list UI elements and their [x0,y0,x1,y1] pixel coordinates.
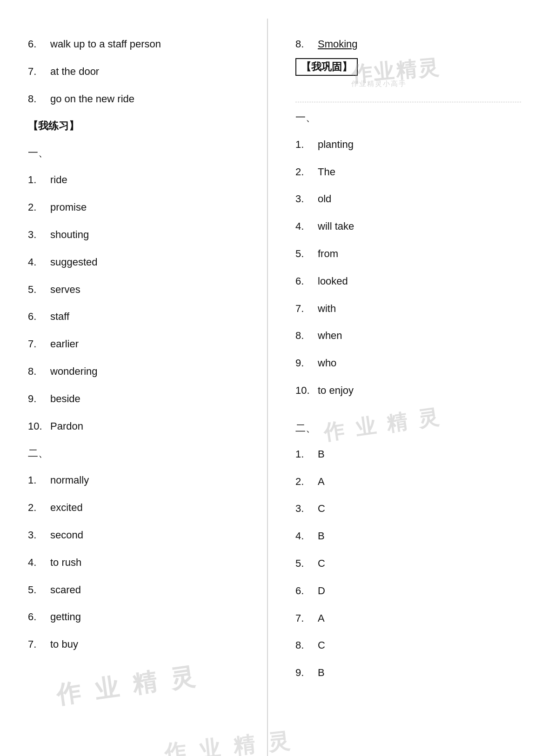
item-text: getting [50,610,81,624]
item-text: ride [50,173,67,187]
item-num: 4. [28,255,50,270]
item-text: who [318,356,336,371]
yi-list: 1. ride 2. promise 3. shouting 4. sugges… [28,173,254,433]
right-er-header: 二、 [295,421,316,435]
item-num: 5. [295,557,318,571]
item-num: 5. [295,247,318,261]
item-num: 3. [295,192,318,206]
item-num: 1. [295,447,318,462]
list-item: 7. earlier [28,337,254,351]
item-num: 7. [28,65,50,79]
item-text: The [318,165,335,179]
item-text: will take [318,219,354,234]
stamp-sub-watermark: 作业精灵小高手 [351,80,407,88]
left-column: 6. walk up to a staff person 7. at the d… [0,19,268,756]
list-item: 1. B [295,447,521,462]
item-num: 5. [28,283,50,297]
item-text: at the door [50,65,99,79]
item-num: 9. [295,666,318,680]
item-num: 2. [295,165,318,179]
item-text: second [50,528,83,543]
list-item: 6. D [295,584,521,598]
item-text: C [318,638,325,653]
item-text: A [318,475,325,489]
list-item: 2. excited [28,501,254,515]
list-item: 7. with [295,302,521,316]
item-text: normally [50,473,89,488]
list-item: 2. The [295,165,521,179]
item-num: 7. [28,337,50,351]
item-text: C [318,557,325,571]
list-item: 10. to enjoy [295,384,521,398]
right-column: 8. Smoking 【我巩固】 作业精灵 作业精灵小高手 一、 1. plan… [268,19,535,756]
item-num: 10. [295,384,318,398]
item-num: 6. [28,310,50,324]
list-item: 7. to buy [28,637,254,652]
list-item: 7. at the door [28,65,254,79]
item-num: 9. [295,356,318,371]
item-num: 7. [295,611,318,626]
list-item: 1. normally [28,473,254,488]
list-item: 2. promise [28,200,254,215]
item-num: 4. [295,219,318,234]
list-item: 5. C [295,557,521,571]
item-num: 4. [28,556,50,570]
item-num: 2. [28,200,50,215]
item-num: 1. [28,173,50,187]
list-item: 8. wondering [28,365,254,379]
item-num: 9. [28,392,50,406]
list-item: 1. ride [28,173,254,187]
list-item: 7. A [295,611,521,626]
item-text: promise [50,200,87,215]
list-item: 8. Smoking [295,37,521,52]
item-text: shouting [50,228,89,242]
list-item: 4. will take [295,219,521,234]
list-item: 2. A [295,475,521,489]
item-text: from [318,247,338,261]
list-item: 9. who [295,356,521,371]
item-num: 3. [28,528,50,543]
item-num: 6. [295,274,318,289]
list-item: 6. staff [28,310,254,324]
watermark-right-er: 作 业 精 灵 [322,403,443,446]
item-text: earlier [50,337,79,351]
top-list: 6. walk up to a staff person 7. at the d… [28,37,254,106]
item-text: B [318,666,325,680]
item-num: 6. [28,37,50,52]
item-text: wondering [50,365,98,379]
dashed-divider [295,102,521,102]
right-top-item: 8. Smoking [295,37,521,52]
item-num: 7. [28,637,50,652]
list-item: 3. C [295,502,521,516]
stamp-area: 【我巩固】 作业精灵 作业精灵小高手 [295,56,521,98]
er-watermark-block: 二、 作 业 精 灵 [295,411,521,444]
list-item: 1. planting [295,138,521,152]
item-text: A [318,611,325,626]
right-er-list: 1. B 2. A 3. C 4. B 5. C 6. D [295,447,521,680]
item-text: walk up to a staff person [50,37,161,52]
list-item: 3. shouting [28,228,254,242]
item-num: 7. [295,302,318,316]
list-item: 9. beside [28,392,254,406]
item-text: suggested [50,255,98,270]
item-text: B [318,529,325,544]
item-text: to enjoy [318,384,354,398]
item-text: Pardon [50,419,83,434]
list-item: 4. B [295,529,521,544]
item-text: B [318,447,325,462]
item-text: C [318,502,325,516]
wo-gong-gu-block: 【我巩固】 作业精灵 作业精灵小高手 [295,56,521,102]
list-item: 8. C [295,638,521,653]
item-text: excited [50,501,83,515]
item-text: D [318,584,325,598]
list-item: 9. B [295,666,521,680]
item-text: to buy [50,637,78,652]
yi-divider: 一、 [28,146,254,160]
list-item: 6. getting [28,610,254,624]
smoking-text: Smoking [318,37,358,52]
item-text: scared [50,583,81,597]
list-item: 8. when [295,329,521,343]
item-num: 4. [295,529,318,544]
item-num: 6. [295,584,318,598]
er-list: 1. normally 2. excited 3. second 4. to r… [28,473,254,652]
